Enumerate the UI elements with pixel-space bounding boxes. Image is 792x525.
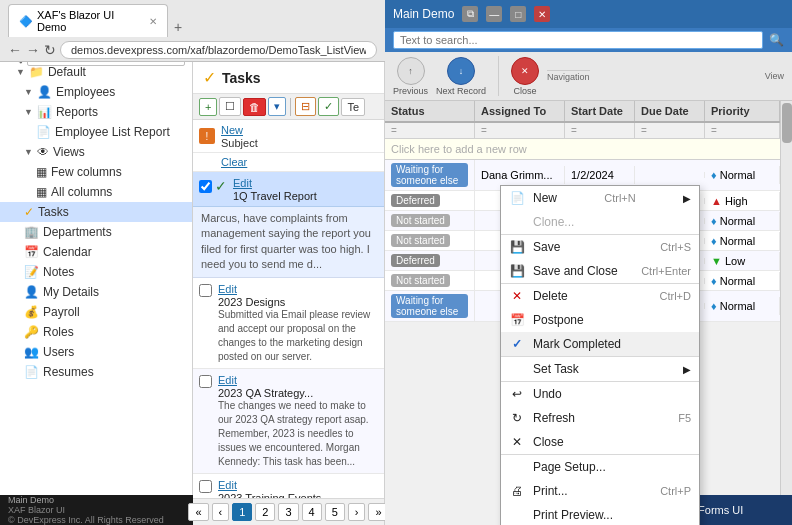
filter-assigned[interactable]: = xyxy=(475,123,565,138)
clear-filter-button[interactable]: ⊟ xyxy=(295,97,316,116)
grid-add-row[interactable]: Click here to add a new row xyxy=(385,139,792,160)
status-badge-6: Not started xyxy=(391,274,450,287)
new-link[interactable]: New xyxy=(221,124,243,136)
page-4-button[interactable]: 4 xyxy=(302,503,322,521)
edit-link-1q[interactable]: Edit xyxy=(233,177,252,189)
browser-tab-active[interactable]: 🔷 XAF's Blazor UI Demo ✕ xyxy=(8,4,168,37)
sidebar-item-employee-list-report[interactable]: 📄 Employee List Report xyxy=(0,122,192,142)
sidebar-item-few-columns[interactable]: ▦ Few columns xyxy=(0,162,192,182)
page-1-button[interactable]: 1 xyxy=(232,503,252,521)
task-row-training[interactable]: Edit 2023 Training Events... Need to fin… xyxy=(193,474,384,498)
first-page-button[interactable]: « xyxy=(188,503,208,521)
clear-link[interactable]: Clear xyxy=(221,156,247,168)
sidebar-item-calendar[interactable]: 📅 Calendar xyxy=(0,242,192,262)
demo-search-input[interactable] xyxy=(393,31,763,49)
sidebar-item-label: Tasks xyxy=(38,205,69,219)
delete-button[interactable]: 🗑 xyxy=(243,98,266,116)
sidebar-item-all-columns[interactable]: ▦ All columns xyxy=(0,182,192,202)
cell-status-1: Waiting for someone else xyxy=(385,160,475,190)
cell-priority-1: ♦ Normal xyxy=(705,166,780,184)
new-tab-button[interactable]: + xyxy=(168,17,188,37)
edit-link-qa[interactable]: Edit xyxy=(218,374,237,386)
sidebar-item-reports[interactable]: ▼ 📊 Reports xyxy=(0,102,192,122)
save-close-icon: 💾 xyxy=(509,263,525,279)
sidebar-item-roles[interactable]: 🔑 Roles xyxy=(0,322,192,342)
sidebar-item-users[interactable]: 👥 Users xyxy=(0,342,192,362)
sidebar-item-departments[interactable]: 🏢 Departments xyxy=(0,222,192,242)
close-record-button[interactable]: ✕ xyxy=(511,57,539,85)
filter-priority[interactable]: = xyxy=(705,123,780,138)
next-record-button[interactable]: ↓ xyxy=(447,57,475,85)
task-checkbox-qa[interactable] xyxy=(199,375,212,388)
sidebar-item-employees[interactable]: ▼ 👤 Employees xyxy=(0,82,192,102)
apply-button[interactable]: ✓ xyxy=(318,97,339,116)
save-icon: 💾 xyxy=(509,239,525,255)
previous-record-button[interactable]: ↑ xyxy=(397,57,425,85)
task-row-1q[interactable]: ✓ Edit 1Q Travel Report xyxy=(193,172,384,207)
views-icon: 👁 xyxy=(37,145,49,159)
task-checkbox-1q[interactable] xyxy=(199,180,212,193)
page-3-button[interactable]: 3 xyxy=(278,503,298,521)
view-section-label: View xyxy=(765,71,784,81)
menu-item-new[interactable]: 📄 New Ctrl+N ▶ xyxy=(501,186,699,210)
subject-label: Subject xyxy=(221,137,258,149)
filter-due[interactable]: = xyxy=(635,123,705,138)
sidebar-item-notes[interactable]: 📝 Notes xyxy=(0,262,192,282)
minimize-button[interactable]: — xyxy=(486,6,502,22)
back-button[interactable]: ← xyxy=(8,42,22,58)
restore-button[interactable]: ⧉ xyxy=(462,6,478,22)
menu-item-set-task[interactable]: Set Task ▶ xyxy=(501,356,699,381)
sidebar-item-tasks[interactable]: ✓ Tasks xyxy=(0,202,192,222)
status-badge-1: Waiting for someone else xyxy=(391,163,468,187)
task-row-designs[interactable]: Edit 2023 Designs Submitted via Email pl… xyxy=(193,278,384,369)
expand-arrow-icon: ▼ xyxy=(24,107,33,117)
vertical-scrollbar[interactable] xyxy=(780,101,792,525)
filter-start[interactable]: = xyxy=(565,123,635,138)
tab-close-icon[interactable]: ✕ xyxy=(149,16,157,27)
text-button[interactable]: Te xyxy=(341,98,365,116)
filter-dropdown-button[interactable]: ▾ xyxy=(268,97,286,116)
tasks-panel: ✓ Tasks + ☐ 🗑 ▾ ⊟ ✓ Te ! New Subject Cle… xyxy=(193,62,385,525)
sidebar-item-label: Employee List Report xyxy=(55,125,170,139)
menu-item-mark[interactable]: ✓ Mark Completed xyxy=(501,332,699,356)
checkbox-button[interactable]: ☐ xyxy=(219,97,241,116)
next-page-button[interactable]: › xyxy=(348,503,366,521)
page-5-button[interactable]: 5 xyxy=(325,503,345,521)
grid-header-row: Status Assigned To Start Date Due Date P… xyxy=(385,101,792,123)
page-2-button[interactable]: 2 xyxy=(255,503,275,521)
filter-status[interactable]: = xyxy=(385,123,475,138)
submenu-arrow: ▶ xyxy=(683,193,691,204)
prev-page-button[interactable]: ‹ xyxy=(212,503,230,521)
menu-item-print-preview[interactable]: Print Preview... xyxy=(501,503,699,525)
menu-item-undo[interactable]: ↩ Undo xyxy=(501,381,699,406)
menu-item-postpone[interactable]: 📅 Postpone xyxy=(501,308,699,332)
close-window-button[interactable]: ✕ xyxy=(534,6,550,22)
menu-item-save-close[interactable]: 💾 Save and Close Ctrl+Enter xyxy=(501,259,699,283)
cell-priority-7: ♦ Normal xyxy=(705,297,780,315)
address-bar[interactable] xyxy=(60,41,377,59)
col-due-date: Due Date xyxy=(635,101,705,121)
edit-link-training[interactable]: Edit xyxy=(218,479,237,491)
maximize-button[interactable]: □ xyxy=(510,6,526,22)
refresh-button[interactable]: ↻ xyxy=(44,42,56,58)
new-button[interactable]: + xyxy=(199,98,217,116)
shortcut-save: Ctrl+S xyxy=(660,241,691,253)
sidebar-item-payroll[interactable]: 💰 Payroll xyxy=(0,302,192,322)
task-checkbox-training[interactable] xyxy=(199,480,212,493)
sidebar-item-resumes[interactable]: 📄 Resumes xyxy=(0,362,192,382)
sidebar-item-views[interactable]: ▼ 👁 Views xyxy=(0,142,192,162)
scrollbar-thumb[interactable] xyxy=(782,103,792,143)
task-row-qa[interactable]: Edit 2023 QA Strategy... The changes we … xyxy=(193,369,384,474)
menu-item-save[interactable]: 💾 Save Ctrl+S xyxy=(501,234,699,259)
menu-item-delete[interactable]: ✕ Delete Ctrl+D xyxy=(501,283,699,308)
edit-link-designs[interactable]: Edit xyxy=(218,283,237,295)
menu-label-delete: Delete xyxy=(533,289,568,303)
forward-button[interactable]: → xyxy=(26,42,40,58)
sidebar-item-label: Notes xyxy=(43,265,74,279)
task-checkbox-designs[interactable] xyxy=(199,284,212,297)
sidebar-item-my-details[interactable]: 👤 My Details xyxy=(0,282,192,302)
menu-item-refresh[interactable]: ↻ Refresh F5 xyxy=(501,406,699,430)
menu-item-close[interactable]: ✕ Close xyxy=(501,430,699,454)
menu-item-page-setup[interactable]: Page Setup... xyxy=(501,454,699,479)
menu-item-print[interactable]: 🖨 Print... Ctrl+P xyxy=(501,479,699,503)
